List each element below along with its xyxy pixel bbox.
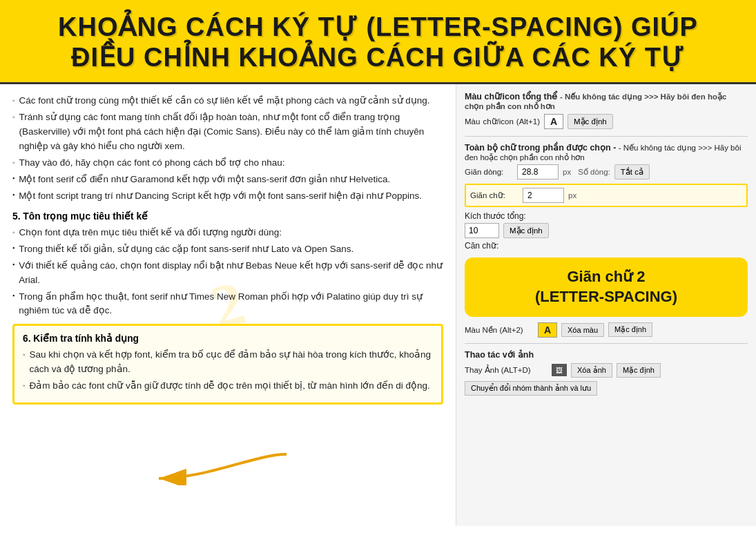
bullet-icon: ▪ (12, 260, 14, 270)
chu-icon-label: chữ/icon (483, 117, 513, 126)
list-item: ▪ Một font script trang trí như Dancing … (12, 189, 443, 204)
mac-dinh3-button[interactable]: Mặc định (617, 363, 661, 378)
thay-anh-row: Thay Ảnh (ALT+D) 🖼 Xóa ảnh Mặc định (465, 363, 748, 378)
mau-chu-section: Màu chữ/icon tổng thể - Nếu không tác dụ… (465, 91, 748, 129)
xoa-mau-button[interactable]: Xóa màu (561, 323, 604, 337)
bullet-icon: ◦ (12, 157, 15, 168)
list-item: ▪ Với thiết kế quảng cáo, chọn font disp… (12, 259, 443, 288)
kich-thuoc-label: Kích thước tổng: (465, 211, 748, 221)
mau-label: Màu (465, 117, 480, 126)
section-5-header: 5. Tôn trọng mục tiêu thiết kế (12, 211, 443, 222)
callout-box: Giãn chữ 2 (LETTER-SPACING) (465, 258, 748, 316)
mac-dinh-button[interactable]: Mặc định (568, 114, 613, 129)
so-dong-button[interactable]: Tắt cả (614, 164, 650, 179)
thao-tac-section: Thao tác với ảnh Thay Ảnh (ALT+D) 🖼 Xóa … (465, 349, 748, 396)
list-item: ▪ Trong ấn phẩm học thuật, font serif nh… (12, 290, 443, 319)
highlight-box: 6. Kiểm tra tính khả dụng ◦ Sau khi chọn… (12, 324, 443, 405)
list-item: ◦ Tránh sử dụng các font mang tính chất … (12, 110, 443, 154)
gian-chu-input[interactable] (523, 188, 564, 203)
image-icon: 🖼 (552, 364, 567, 376)
gian-dong-input[interactable] (517, 164, 559, 179)
header-banner: KHOẢNG CÁCH KÝ TỰ (LETTER-SPACING) GIÚP … (0, 0, 756, 84)
callout-title: Giãn chữ 2 (LETTER-SPACING) (477, 267, 735, 307)
section-5-list: ◦ Chọn font dựa trên mục tiêu thiết kế v… (12, 226, 443, 319)
left-panel: 2 ◦ Các font chữ trong cùng một thiết kế… (0, 84, 456, 526)
page-title: KHOẢNG CÁCH KÝ TỰ (LETTER-SPACING) GIÚP … (14, 12, 742, 72)
kich-thuoc-input[interactable] (465, 223, 499, 238)
bullet-icon: ◦ (12, 227, 15, 238)
list-item: ◦ Các font chữ trong cùng một thiết kế c… (12, 94, 443, 108)
list-item: ◦ Sau khi chọn và kết hợp font, kiểm tra… (23, 348, 433, 377)
bullet-icon: ▪ (12, 291, 14, 301)
main-content: 2 ◦ Các font chữ trong cùng một thiết kế… (0, 84, 756, 526)
section-6-list: ◦ Sau khi chọn và kết hợp font, kiểm tra… (23, 348, 433, 394)
bullet-icon: ▪ (12, 244, 14, 253)
color-swatch[interactable]: A (544, 114, 563, 129)
color-label-group: Màu chữ/icon (Alt+1) (465, 117, 540, 126)
list-item: ▪ Trong thiết kế tối giản, sử dụng các c… (12, 242, 443, 257)
gian-dong-unit: px (563, 168, 571, 176)
chuyen-doi-button[interactable]: Chuyển đổi nhóm thành ảnh và lưu (465, 381, 597, 396)
bullet-icon: ▪ (12, 174, 14, 184)
section-6-header: 6. Kiểm tra tính khả dụng (23, 333, 433, 344)
mau-nen-row: Màu Nền (Alt+2) A Xóa màu Mặc định (465, 322, 748, 338)
list-item: ▪ Một font serif cổ điển như Garamond kế… (12, 173, 443, 187)
kich-thuoc-mac-dinh-button[interactable]: Mặc định (503, 223, 549, 238)
mac-dinh2-button[interactable]: Mặc định (608, 322, 652, 337)
bullet-icon: ◦ (23, 380, 26, 391)
gian-dong-label: Giãn dòng: (465, 168, 513, 176)
thay-anh-label: Thay Ảnh (ALT+D) (465, 365, 547, 375)
arrow-indicator (152, 447, 290, 488)
bullet-icon: ◦ (23, 349, 26, 360)
can-chu-label: Căn chữ: (465, 241, 748, 251)
bullet-icon: ◦ (12, 95, 15, 106)
toan-bo-label: Toàn bộ chữ trong phần được chọn - - Nếu… (465, 142, 748, 162)
gian-chu-unit: px (568, 191, 576, 200)
mau-chu-label: Màu chữ/icon tổng thể - Nếu không tác dụ… (465, 91, 748, 111)
alt-label: (Alt+1) (516, 117, 540, 126)
article-list: ◦ Các font chữ trong cùng một thiết kế c… (12, 94, 443, 203)
chuyen-doi-row: Chuyển đổi nhóm thành ảnh và lưu (465, 381, 748, 396)
list-item: ◦ Chọn font dựa trên mục tiêu thiết kế v… (12, 226, 443, 240)
list-item: ◦ Thay vào đó, hãy chọn các font có phon… (12, 156, 443, 171)
mau-nen-swatch[interactable]: A (538, 322, 557, 338)
list-item: ◦ Đảm bảo các font chữ vẫn giữ được tính… (23, 379, 433, 394)
mau-nen-label: Màu Nền (Alt+2) (465, 325, 534, 335)
bullet-icon: ◦ (12, 112, 15, 123)
gian-chu-label: Giãn chữ: (470, 191, 518, 200)
so-dong-label: Số dòng: (578, 167, 610, 177)
bullet-icon: ▪ (12, 191, 14, 200)
thao-tac-label: Thao tác với ảnh (465, 349, 748, 360)
xoa-anh-button[interactable]: Xóa ảnh (571, 363, 612, 378)
toan-bo-section: Toàn bộ chữ trong phần được chọn - - Nếu… (465, 142, 748, 251)
gian-dong-row: Giãn dòng: px Số dòng: Tắt cả (465, 164, 748, 179)
right-panel: Màu chữ/icon tổng thể - Nếu không tác dụ… (456, 84, 756, 526)
kich-thuoc-row: Mặc định (465, 223, 748, 238)
gian-chu-row: Giãn chữ: px (465, 184, 748, 207)
color-row: Màu chữ/icon (Alt+1) A Mặc định (465, 114, 748, 129)
